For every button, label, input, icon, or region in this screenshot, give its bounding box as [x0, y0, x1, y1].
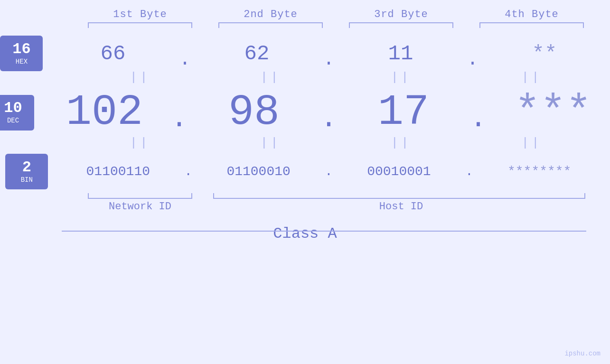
hex-byte1-value: 66 — [47, 42, 178, 65]
bin-bytes: 01100110 . 01100010 . 00010001 . *******… — [53, 154, 604, 189]
dec-dot2: . — [319, 104, 338, 137]
hex-byte1-cell: 66 — [47, 42, 178, 65]
eq1-b2: || — [206, 71, 336, 84]
dec-bytes: 102 . 98 . 17 . *** — [39, 88, 610, 137]
bin-dot3: . — [464, 165, 474, 178]
bracket-top-3 — [336, 22, 467, 31]
dec-byte1-cell: 102 — [39, 88, 169, 137]
bin-row: 2 BIN 01100110 . 01100010 . 00010001 . *… — [0, 154, 610, 189]
bin-byte1-value: 01100110 — [53, 164, 183, 179]
hex-byte4-value: ** — [479, 42, 610, 65]
hex-row: 16 HEX 66 . 62 . 11 . ** — [0, 36, 610, 71]
hex-number: 16 — [12, 42, 30, 57]
hex-dot3: . — [466, 50, 479, 71]
watermark: ipshu.com — [564, 350, 601, 357]
bin-byte3-cell: 00010001 — [334, 164, 464, 179]
dec-badge: 10 DEC — [0, 95, 34, 131]
byte4-header: 4th Byte — [467, 9, 597, 20]
hex-dot1: . — [178, 50, 191, 71]
bin-byte1-cell: 01100110 — [53, 164, 183, 179]
dec-number: 10 — [4, 101, 22, 116]
bin-byte2-cell: 01100010 — [193, 164, 324, 179]
dec-byte2-cell: 98 — [189, 88, 319, 137]
byte1-header: 1st Byte — [75, 9, 206, 20]
hex-byte3-value: 11 — [336, 42, 466, 65]
bin-dot1: . — [183, 165, 193, 178]
net-id-bracket — [75, 190, 206, 199]
bracket-top-2 — [206, 22, 336, 31]
eq1-b4: || — [467, 71, 597, 84]
bin-dot2: . — [324, 165, 334, 178]
bin-number: 2 — [22, 160, 31, 175]
dec-row: 10 DEC 102 . 98 . 17 . *** — [0, 88, 610, 137]
byte-headers: 1st Byte 2nd Byte 3rd Byte 4th Byte — [0, 0, 610, 20]
byte2-header: 2nd Byte — [206, 9, 336, 20]
bracket-top-1 — [75, 22, 206, 31]
hex-label: HEX — [16, 58, 28, 65]
bin-label: BIN — [21, 176, 33, 184]
dec-byte3-cell: 17 — [338, 88, 469, 137]
eq2-b4: || — [467, 137, 597, 149]
dec-byte2-value: 98 — [189, 88, 319, 137]
dec-label: DEC — [7, 117, 19, 124]
main-container: 1st Byte 2nd Byte 3rd Byte 4th Byte 16 H… — [0, 0, 610, 364]
dec-byte1-value: 102 — [39, 88, 169, 137]
bottom-brackets — [0, 190, 610, 199]
bin-byte3-value: 00010001 — [334, 164, 464, 179]
bin-byte4-value: ******** — [474, 164, 605, 179]
hex-byte3-cell: 11 — [336, 42, 466, 65]
class-line — [62, 231, 586, 232]
hex-byte2-cell: 62 — [191, 42, 322, 65]
top-brackets — [0, 22, 610, 31]
hex-badge: 16 HEX — [0, 36, 43, 71]
equals-row-2: || || || || — [0, 137, 610, 149]
eq1-b3: || — [336, 71, 467, 84]
dec-dot3: . — [469, 104, 488, 137]
eq2-b2: || — [206, 137, 336, 149]
dec-byte4-cell: *** — [488, 88, 610, 137]
network-id-label: Network ID — [75, 201, 206, 213]
eq1-b1: || — [75, 71, 206, 84]
bin-badge: 2 BIN — [5, 154, 48, 189]
bracket-top-4 — [467, 22, 597, 31]
hex-byte2-value: 62 — [191, 42, 322, 65]
dec-byte3-value: 17 — [338, 88, 469, 137]
host-id-bracket — [206, 190, 597, 199]
equals-row-1: || || || || — [0, 71, 610, 84]
bin-byte4-cell: ******** — [474, 164, 605, 179]
dec-dot1: . — [169, 104, 188, 137]
hex-dot2: . — [322, 50, 335, 71]
eq2-b3: || — [336, 137, 467, 149]
id-labels: Network ID Host ID — [0, 201, 610, 213]
hex-byte4-cell: ** — [479, 42, 610, 65]
eq2-b1: || — [75, 137, 206, 149]
dec-byte4-value: *** — [488, 88, 610, 137]
host-id-label: Host ID — [206, 201, 597, 213]
bin-byte2-value: 01100010 — [193, 164, 324, 179]
hex-bytes: 66 . 62 . 11 . ** — [47, 36, 610, 71]
class-row: Class A — [0, 218, 610, 243]
byte3-header: 3rd Byte — [336, 9, 467, 20]
